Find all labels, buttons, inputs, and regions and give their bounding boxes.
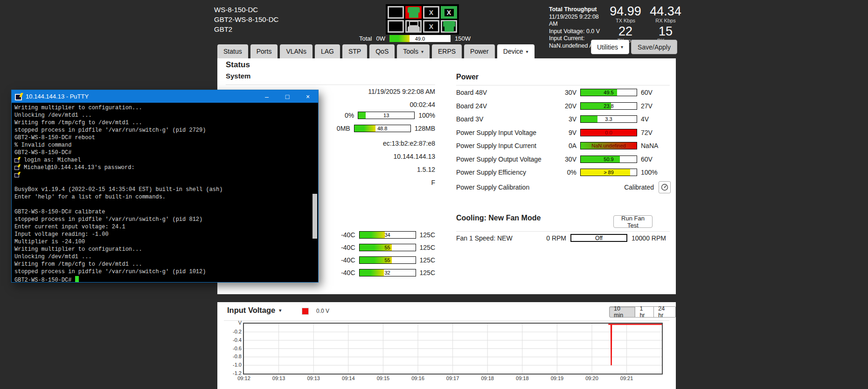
utilities-button[interactable]: Utilities ▾: [591, 40, 629, 54]
port-icon-empty[interactable]: [388, 6, 404, 19]
stat-label: TX Kbps: [606, 18, 645, 23]
tab-status[interactable]: Status: [217, 44, 248, 58]
x-axis-tick-label: 09:20: [585, 375, 598, 381]
power-gauge-value: 49.5: [581, 89, 637, 96]
save-apply-button[interactable]: Save/Apply: [631, 40, 677, 54]
cpu-gauge-value: 13: [358, 112, 414, 119]
system-section-divider: [226, 85, 435, 85]
putty-app-icon: [15, 93, 23, 100]
power-gauge-min: 0%: [553, 169, 576, 176]
y-axis-unit-label: V: [218, 320, 242, 325]
legend-color-swatch: [302, 308, 309, 315]
terminal-line: Writing from /tmp/cfg to /dev/mtd1 ...: [14, 120, 315, 127]
tab-label: ERPS: [438, 48, 456, 55]
power-gauge-row: Board 24V20V23.827V: [456, 101, 671, 111]
system-section-heading: System: [226, 72, 250, 80]
power-gauge-value: > 89: [581, 169, 637, 176]
power-gauge-max: 60V: [641, 156, 671, 163]
close-window-button[interactable]: ×: [298, 90, 318, 103]
tab-label: Device: [503, 48, 523, 55]
terminal-line: Multiplier is -24.100: [14, 239, 315, 246]
terminal-line: Enter current input voltage: 24.1: [14, 224, 315, 231]
input-voltage-panel: Input Voltage ▾ 0.0 V 10 min1 hr24 hr V-…: [217, 302, 676, 389]
calibration-row: Power Supply Calibration Calibrated: [456, 181, 671, 193]
device-hostname: GBT2-WS-8-150-DC: [214, 14, 278, 24]
tab-qos[interactable]: QoS: [369, 44, 395, 58]
tab-tools[interactable]: Tools▾: [397, 44, 430, 58]
power-gauge-value: NaN.undefined: [581, 142, 637, 149]
power-gauge-max: 60V: [641, 89, 671, 96]
power-gauge-max: 27V: [641, 102, 671, 110]
total-power-max: 150W: [455, 35, 471, 42]
terminal-line: login as: Michael: [14, 157, 315, 164]
port-icon-link-up[interactable]: [441, 20, 457, 33]
putty-window: 10.144.144.13 - PuTTY –□× Writing multip…: [11, 90, 319, 283]
x-axis-tick-label: 09:18: [481, 375, 494, 381]
minimize-window-button[interactable]: –: [257, 90, 277, 103]
stat-value: 22: [606, 25, 645, 38]
calibration-gauge-button[interactable]: [659, 181, 671, 193]
putty-terminal[interactable]: Writing multiplier to configuration...Un…: [12, 103, 318, 282]
temp-gauge-value: 55: [360, 244, 416, 251]
tab-label: Power: [470, 48, 489, 55]
putty-bell-icon: [14, 164, 21, 170]
temp-gauge: 34: [359, 231, 416, 239]
input-voltage-chart: [243, 323, 663, 375]
range-button-1-hr[interactable]: 1 hr: [635, 306, 654, 318]
port-icon-link-down[interactable]: [405, 20, 422, 33]
maximize-window-button[interactable]: □: [277, 90, 298, 103]
power-gauge-min: 3V: [553, 115, 576, 123]
memory-gauge-value: 48.8: [354, 125, 410, 132]
memory-gauge-max: 128MB: [415, 125, 435, 132]
putty-bell-icon: [14, 157, 21, 163]
power-row-label: Board 48V: [456, 89, 549, 96]
window-controls: –□×: [257, 90, 318, 103]
tab-power[interactable]: Power: [464, 44, 495, 58]
tab-label: Status: [223, 48, 242, 55]
terminal-line: stopped process in pidfile '/var/run/swi…: [14, 127, 315, 134]
temp-gauge-max: 125C: [420, 231, 435, 239]
power-gauge: 23.8: [580, 102, 637, 110]
x-axis-tick-label: 09:13: [307, 375, 320, 381]
tab-device[interactable]: Device▾: [497, 44, 535, 58]
putty-titlebar[interactable]: 10.144.144.13 - PuTTY –□×: [12, 90, 318, 103]
power-gauge: 49.5: [580, 89, 637, 96]
putty-window-title: 10.144.144.13 - PuTTY: [26, 93, 89, 100]
cpu-gauge-min: 0%: [345, 112, 354, 119]
power-gauge-row: Power Supply Input Voltage9V0.072V: [456, 128, 671, 137]
port-icon-link-up-alert[interactable]: [405, 6, 422, 19]
port-icon-empty[interactable]: [388, 20, 404, 33]
run-fan-test-button[interactable]: Run Fan Test: [613, 215, 653, 228]
port-icon-link-up-blocked[interactable]: X: [441, 6, 457, 19]
power-gauge: NaN.undefined: [580, 142, 637, 149]
legend-label: 0.0 V: [316, 308, 329, 314]
putty-bell-icon: [14, 172, 21, 177]
fan-gauge-max: 10000 RPM: [632, 234, 671, 242]
terminal-scrollbar-thumb[interactable]: [312, 194, 317, 239]
tab-lag[interactable]: LAG: [315, 44, 340, 58]
port-icon-disabled[interactable]: X: [423, 6, 439, 19]
terminal-line: [14, 172, 315, 179]
x-axis-tick-label: 09:13: [272, 375, 285, 381]
tab-ports[interactable]: Ports: [250, 44, 278, 58]
temp-gauge-value: 34: [360, 232, 416, 238]
input-voltage-series-line: [608, 325, 662, 366]
fan-gauge-min: 0 RPM: [539, 234, 566, 242]
temp-gauge-min: -40C: [341, 269, 355, 276]
tab-stp[interactable]: STP: [342, 44, 367, 58]
power-gauge-min: 9V: [553, 129, 576, 136]
calibration-status: Calibrated: [624, 184, 654, 191]
power-gauge-max: 4V: [641, 115, 671, 123]
port-icon-disabled[interactable]: X: [423, 20, 439, 33]
tab-erps[interactable]: ERPS: [432, 44, 462, 58]
range-button-10-min[interactable]: 10 min: [609, 306, 635, 318]
power-row-label: Power Supply Efficiency: [456, 169, 549, 176]
utilities-button-label: Utilities: [597, 43, 618, 51]
y-axis-tick-label: -0.8: [218, 354, 242, 359]
input-voltage-dropdown[interactable]: Input Voltage ▾: [227, 306, 281, 315]
range-button-24-hr[interactable]: 24 hr: [654, 306, 676, 318]
calibration-gauge-icon: [661, 184, 668, 191]
throughput-stat: 44.34RX Kbps: [646, 5, 685, 23]
temp-gauge-min: -40C: [341, 256, 355, 264]
tab-vlans[interactable]: VLANs: [280, 44, 312, 58]
